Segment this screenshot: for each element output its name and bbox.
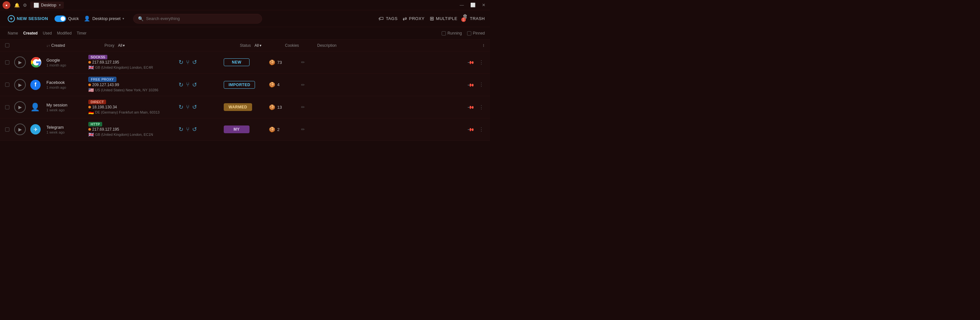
proxy-filter-button[interactable]: All ▾ bbox=[118, 43, 125, 48]
col-used[interactable]: Used bbox=[40, 30, 54, 36]
tags-button[interactable]: 🏷 TAGS bbox=[379, 16, 398, 22]
session-more-3[interactable]: ⋮ bbox=[477, 104, 485, 110]
quick-toggle[interactable] bbox=[54, 16, 66, 22]
multiple-button[interactable]: ⊞ MULTIPLE bbox=[430, 16, 457, 22]
table-row: ▶ ✈ Telegram 1 week ago HTTP 217.69.127.… bbox=[0, 118, 490, 141]
pin-icon[interactable]: 📌 bbox=[467, 58, 474, 66]
row-checkbox-3[interactable] bbox=[5, 105, 14, 109]
trash-badge: 1 bbox=[461, 18, 466, 22]
row-checkbox-1[interactable] bbox=[5, 60, 14, 65]
search-box[interactable]: 🔍 bbox=[133, 14, 262, 24]
th-created[interactable]: ↓↑ Created bbox=[46, 43, 105, 48]
proxy-button[interactable]: ⇄ PROXY bbox=[402, 16, 425, 22]
desktop-tab[interactable]: ⬜ Desktop ▾ bbox=[30, 2, 64, 9]
play-button-3[interactable]: ▶ bbox=[14, 101, 30, 113]
session-checkbox[interactable] bbox=[5, 127, 10, 132]
refresh-session-icon[interactable]: ↺ bbox=[192, 59, 197, 66]
refresh-session-icon[interactable]: ↺ bbox=[192, 126, 197, 133]
col-name[interactable]: Name bbox=[5, 30, 21, 36]
play-button[interactable]: ▶ bbox=[14, 56, 26, 68]
preset-button[interactable]: 👤 Desktop preset ▾ bbox=[81, 14, 126, 23]
country-flag: 🇩🇪 bbox=[88, 110, 94, 115]
status-badge: MY bbox=[224, 126, 250, 133]
proxy-ip: 18.198.130.34 bbox=[88, 105, 178, 109]
th-proxy: Proxy All ▾ bbox=[105, 43, 195, 48]
minimize-button[interactable]: — bbox=[458, 2, 466, 8]
cookie-count: 2 bbox=[277, 127, 280, 132]
pin-icon[interactable]: 📌 bbox=[467, 103, 474, 111]
running-checkbox[interactable] bbox=[442, 31, 446, 35]
session-checkbox[interactable] bbox=[5, 83, 10, 87]
settings-icon[interactable]: ⚙ bbox=[23, 3, 27, 8]
session-pin-2[interactable]: 📌 bbox=[464, 82, 477, 88]
fork-session-icon[interactable]: ⑂ bbox=[186, 81, 189, 88]
close-button[interactable]: ✕ bbox=[480, 2, 487, 8]
play-button-2[interactable]: ▶ bbox=[14, 79, 30, 91]
th-select-all[interactable] bbox=[5, 43, 14, 48]
maximize-button[interactable]: ⬜ bbox=[468, 2, 477, 8]
session-more-4[interactable]: ⋮ bbox=[477, 126, 485, 132]
tags-label: TAGS bbox=[386, 16, 398, 21]
running-filter[interactable]: Running bbox=[442, 31, 462, 35]
session-pin-3[interactable]: 📌 bbox=[464, 105, 477, 110]
session-description-3: ✏ bbox=[301, 105, 464, 110]
session-more-1[interactable]: ⋮ bbox=[477, 59, 485, 65]
trash-button[interactable]: 🗑 1 TRASH bbox=[463, 14, 485, 24]
more-options-icon[interactable]: ⋮ bbox=[479, 105, 484, 110]
fork-session-icon[interactable]: ⑂ bbox=[186, 59, 189, 66]
rotate-session-icon[interactable]: ↻ bbox=[178, 103, 183, 111]
th-columns-icon[interactable]: ⫶ bbox=[466, 43, 485, 48]
notifications-icon[interactable]: 🔔 bbox=[14, 3, 20, 8]
session-checkbox[interactable] bbox=[5, 105, 10, 109]
rotate-session-icon[interactable]: ↻ bbox=[178, 126, 183, 133]
play-button-1[interactable]: ▶ bbox=[14, 56, 30, 68]
proxy-location: 🇺🇸 US (United States) New York, NY 10286 bbox=[88, 88, 178, 92]
session-created-time: 1 month ago bbox=[46, 86, 88, 89]
play-button-4[interactable]: ▶ bbox=[14, 124, 30, 135]
new-session-button[interactable]: + NEW SESSION bbox=[5, 14, 51, 24]
edit-description-icon[interactable]: ✏ bbox=[301, 105, 305, 110]
col-modified[interactable]: Modified bbox=[54, 30, 74, 36]
session-proxy-1: SOCKS5 217.69.127.195 🇬🇧 GB (United King… bbox=[88, 54, 178, 70]
tags-icon: 🏷 bbox=[379, 16, 384, 22]
play-button[interactable]: ▶ bbox=[14, 79, 26, 91]
session-actions-1: ↻ ⑂ ↺ bbox=[178, 59, 224, 66]
row-checkbox-4[interactable] bbox=[5, 127, 14, 132]
more-options-icon[interactable]: ⋮ bbox=[479, 82, 484, 88]
row-checkbox-2[interactable] bbox=[5, 83, 14, 87]
session-pin-4[interactable]: 📌 bbox=[464, 127, 477, 132]
session-pin-1[interactable]: 📌 bbox=[464, 60, 477, 65]
refresh-session-icon[interactable]: ↺ bbox=[192, 81, 197, 88]
fork-session-icon[interactable]: ⑂ bbox=[186, 126, 189, 133]
pin-icon[interactable]: 📌 bbox=[467, 81, 474, 88]
select-all-checkbox[interactable] bbox=[5, 43, 10, 48]
proxy-ip: 217.69.127.195 bbox=[88, 127, 178, 132]
search-input[interactable] bbox=[146, 16, 257, 21]
more-options-icon[interactable]: ⋮ bbox=[479, 60, 484, 65]
country-flag: 🇬🇧 bbox=[88, 65, 94, 70]
multiple-label: MULTIPLE bbox=[436, 16, 457, 21]
session-icon-1 bbox=[30, 56, 46, 68]
pin-icon[interactable]: 📌 bbox=[467, 126, 474, 133]
session-checkbox[interactable] bbox=[5, 60, 10, 65]
col-timer[interactable]: Timer bbox=[74, 30, 89, 36]
refresh-session-icon[interactable]: ↺ bbox=[192, 103, 197, 111]
cookie-count: 4 bbox=[277, 82, 280, 87]
pinned-checkbox[interactable] bbox=[467, 31, 471, 35]
rotate-session-icon[interactable]: ↻ bbox=[178, 59, 183, 66]
edit-description-icon[interactable]: ✏ bbox=[301, 127, 305, 132]
play-button[interactable]: ▶ bbox=[14, 101, 26, 113]
th-cookies: Cookies bbox=[285, 43, 317, 48]
session-name: Telegram bbox=[46, 125, 88, 130]
edit-description-icon[interactable]: ✏ bbox=[301, 82, 305, 88]
status-filter-button[interactable]: All ▾ bbox=[255, 43, 261, 48]
rotate-session-icon[interactable]: ↻ bbox=[178, 81, 183, 88]
col-created[interactable]: Created bbox=[21, 30, 40, 36]
pinned-filter[interactable]: Pinned bbox=[467, 31, 485, 35]
edit-description-icon[interactable]: ✏ bbox=[301, 60, 305, 65]
fork-session-icon[interactable]: ⑂ bbox=[186, 104, 189, 111]
more-options-icon[interactable]: ⋮ bbox=[479, 127, 484, 132]
proxy-ip: 209.127.143.99 bbox=[88, 83, 178, 87]
play-button[interactable]: ▶ bbox=[14, 124, 26, 135]
session-more-2[interactable]: ⋮ bbox=[477, 81, 485, 88]
